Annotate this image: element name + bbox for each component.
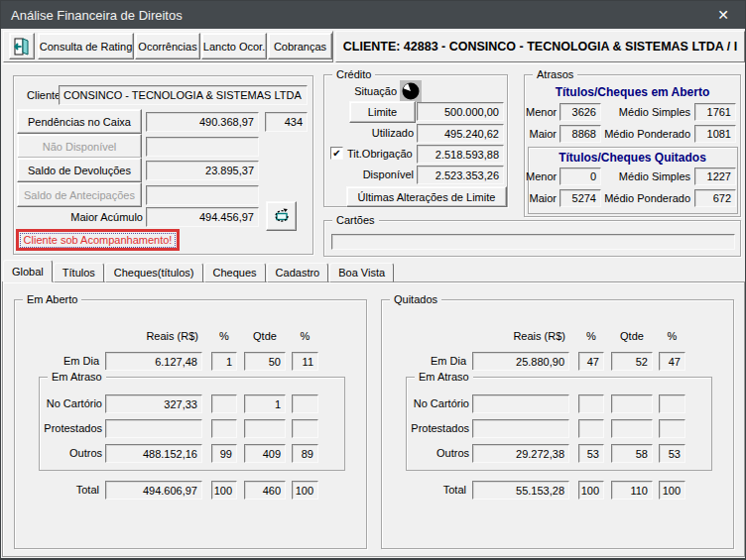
cliente-field[interactable]: CONSINCO - TECNOLOGIA & SISTEMAS LTDA	[59, 85, 308, 105]
tab-global[interactable]: Global	[3, 260, 53, 282]
limite-button[interactable]: Limite	[349, 101, 416, 123]
tit-obrigacao-label: Tit.Obrigação	[347, 148, 413, 160]
em-aberto-total-qtde[interactable]: 460	[244, 481, 286, 500]
cliente-sob-acompanhamento-badge[interactable]: Cliente sob Acompanhamento!	[16, 229, 180, 251]
tit-obrigacao-checkbox[interactable]: ✔	[330, 147, 343, 160]
em-aberto-em-dia-pct1[interactable]: 1	[211, 352, 237, 371]
limite-field[interactable]: 500.000,00	[417, 102, 504, 121]
titulos-quitados-title: Títulos/Cheques Quitados	[525, 151, 740, 165]
maior-quitados-field[interactable]: 5274	[560, 189, 601, 207]
quitados-total-qtde[interactable]: 110	[611, 481, 653, 500]
em-aberto-protestados-qtde[interactable]	[244, 419, 286, 438]
menor-aberto-label: Menor	[526, 106, 557, 118]
disponivel-label: Disponível	[354, 168, 414, 180]
em-aberto-outros-reais[interactable]: 488.152,16	[105, 444, 202, 463]
refresh-acumulo-button[interactable]	[266, 201, 297, 231]
pendencias-value-field[interactable]: 490.368,97	[146, 112, 259, 132]
em-aberto-protestados-pct2[interactable]	[292, 419, 318, 438]
utilizado-label: Utilizado	[354, 127, 414, 139]
no-cartorio-label: No Cartório	[408, 397, 469, 409]
em-aberto-no-cartorio-row: No Cartório 327,33 1	[15, 394, 366, 413]
quitados-em-dia-reais[interactable]: 25.880,90	[472, 352, 569, 371]
em-aberto-no-cartorio-reais[interactable]: 327,33	[105, 394, 202, 413]
em-aberto-em-dia-qtde[interactable]: 50	[244, 352, 286, 371]
menor-quitados-field[interactable]: 0	[560, 168, 601, 185]
quitados-em-dia-qtde[interactable]: 52	[611, 352, 653, 371]
quitados-em-dia-pct1[interactable]: 47	[578, 352, 604, 371]
em-aberto-outros-pct2[interactable]: 89	[292, 444, 318, 463]
em-aberto-no-cartorio-qtde[interactable]: 1	[244, 394, 286, 413]
menor-aberto-field[interactable]: 3626	[560, 103, 601, 121]
maior-aberto-label: Maior	[526, 128, 557, 140]
quitados-outros-pct1[interactable]: 53	[578, 444, 604, 463]
quitados-em-dia-pct2[interactable]: 47	[659, 352, 685, 371]
em-aberto-em-dia-pct2[interactable]: 11	[292, 352, 318, 371]
medio-simples-quitados-label: Médio Simples	[601, 170, 690, 182]
quitados-outros-pct2[interactable]: 53	[659, 444, 685, 463]
medio-ponderado-quitados-field[interactable]: 672	[694, 189, 736, 207]
tab-boa-vista[interactable]: Boa Vista	[329, 263, 394, 282]
em-aberto-em-dia-reais[interactable]: 6.127,48	[105, 352, 202, 371]
header-qtde: Qtde	[244, 330, 286, 342]
em-aberto-total-pct2[interactable]: 100	[292, 481, 318, 500]
exit-button[interactable]	[9, 33, 35, 59]
situacao-status-icon[interactable]	[400, 80, 422, 102]
client-header: CLIENTE: 42883 - CONSINCO - TECNOLOGIA &…	[343, 40, 738, 54]
em-aberto-protestados-reais[interactable]	[105, 419, 202, 438]
quitados-no-cartorio-reais[interactable]	[472, 394, 569, 413]
quitados-protestados-pct2[interactable]	[659, 419, 685, 438]
tab-cheques-titulos[interactable]: Cheques(títulos)	[105, 263, 203, 282]
quitados-outros-reais[interactable]: 29.272,38	[472, 444, 569, 463]
em-aberto-outros-qtde[interactable]: 409	[244, 444, 286, 463]
toolbar: Consulta de Rating Ocorrências Lancto Oc…	[3, 31, 333, 62]
nao-disponivel-button: Não Disponível	[17, 134, 142, 159]
em-aberto-em-dia-row: Em Dia 6.127,48 1 50 11	[15, 352, 366, 371]
nao-disponivel-field[interactable]	[146, 137, 259, 157]
pendencias-caixa-button[interactable]: Pendências no Caixa	[17, 109, 142, 134]
tit-obrigacao-field[interactable]: 2.518.593,88	[417, 145, 504, 164]
cobrancas-button[interactable]: Cobranças	[268, 33, 332, 59]
saldo-antecipacoes-field[interactable]	[146, 185, 259, 205]
quitados-protestados-qtde[interactable]	[611, 419, 653, 438]
ultimas-alteracoes-button[interactable]: Últimas Alterações de Limite	[346, 186, 507, 207]
quitados-no-cartorio-pct2[interactable]	[659, 394, 685, 413]
no-cartorio-label: No Cartório	[41, 397, 102, 409]
utilizado-field[interactable]: 495.240,62	[417, 124, 504, 143]
quitados-total-pct1[interactable]: 100	[578, 481, 604, 500]
consulta-rating-button[interactable]: Consulta de Rating	[38, 33, 134, 59]
total-label: Total	[382, 484, 466, 496]
maior-acumulo-field[interactable]: 494.456,97	[146, 207, 259, 227]
quitados-no-cartorio-pct1[interactable]	[578, 394, 604, 413]
quitados-protestados-pct1[interactable]	[578, 419, 604, 438]
em-aberto-outros-pct1[interactable]: 99	[211, 444, 237, 463]
em-aberto-no-cartorio-pct2[interactable]	[292, 394, 318, 413]
saldo-devolucoes-field[interactable]: 23.895,37	[146, 161, 259, 180]
tab-cheques[interactable]: Cheques	[204, 263, 266, 282]
lancto-ocor-button[interactable]: Lancto Ocor.	[201, 33, 267, 59]
saldo-devolucoes-button[interactable]: Saldo de Devoluções	[17, 158, 142, 182]
pendencias-qty-field[interactable]: 434	[265, 112, 308, 132]
protestados-label: Protestados	[41, 422, 102, 434]
close-icon[interactable]: ✕	[701, 1, 745, 29]
medio-simples-aberto-label: Médio Simples	[601, 106, 690, 118]
em-aberto-total-reais[interactable]: 494.606,97	[105, 481, 202, 500]
em-aberto-no-cartorio-pct1[interactable]	[211, 394, 237, 413]
medio-simples-quitados-field[interactable]: 1227	[694, 168, 736, 185]
em-aberto-total-pct1[interactable]: 100	[211, 481, 237, 500]
medio-simples-aberto-field[interactable]: 1761	[694, 103, 736, 121]
em-aberto-protestados-pct1[interactable]	[211, 419, 237, 438]
ocorrencias-button[interactable]: Ocorrências	[135, 33, 200, 59]
cartoes-field[interactable]	[331, 234, 735, 250]
quitados-total-reais[interactable]: 55.153,28	[472, 481, 569, 500]
em-aberto-header-row: Reais (R$) % Qtde %	[15, 330, 366, 349]
tab-titulos[interactable]: Títulos	[54, 263, 104, 282]
medio-ponderado-aberto-field[interactable]: 1081	[694, 125, 736, 143]
quitados-total-pct2[interactable]: 100	[659, 481, 685, 500]
quitados-no-cartorio-qtde[interactable]	[611, 394, 653, 413]
quitados-protestados-reais[interactable]	[472, 419, 569, 438]
warning-text: Cliente sob Acompanhamento!	[20, 233, 177, 248]
disponivel-field[interactable]: 2.523.353,26	[417, 166, 504, 184]
tab-cadastro[interactable]: Cadastro	[267, 263, 329, 282]
maior-aberto-field[interactable]: 8868	[560, 125, 601, 143]
quitados-outros-qtde[interactable]: 58	[611, 444, 653, 463]
